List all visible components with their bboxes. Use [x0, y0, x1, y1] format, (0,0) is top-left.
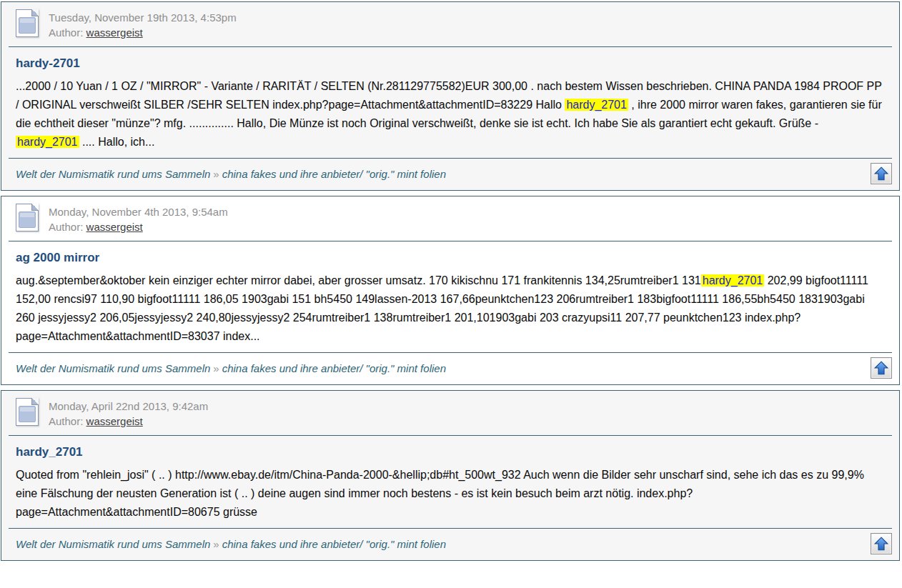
breadcrumb-separator: »	[210, 168, 222, 180]
go-to-post-button[interactable]	[871, 357, 892, 379]
result-snippet: aug.&september&oktober kein einziger ech…	[1, 271, 899, 346]
snippet-text: .... Hallo, ich...	[79, 136, 155, 148]
breadcrumb-separator: »	[210, 362, 222, 374]
search-result-card: Tuesday, November 19th 2013, 4:53pm Auth…	[1, 1, 900, 191]
document-thumb	[19, 406, 36, 422]
post-date: Monday, April 22nd 2013, 9:42am	[49, 399, 208, 414]
header-divider	[9, 241, 892, 241]
go-to-post-button[interactable]	[871, 533, 892, 554]
result-title[interactable]: hardy-2701	[1, 56, 899, 71]
result-meta: Tuesday, November 19th 2013, 4:53pm Auth…	[49, 9, 237, 40]
document-icon	[16, 204, 39, 231]
author-line: Author: wassergeist	[49, 25, 237, 40]
search-result-card: Monday, November 4th 2013, 9:54am Author…	[1, 196, 900, 385]
search-term-highlight: hardy_2701	[701, 274, 765, 286]
author-label: Author:	[49, 221, 83, 233]
result-meta: Monday, November 4th 2013, 9:54am Author…	[49, 203, 228, 234]
arrow-up-icon	[873, 165, 890, 182]
header-divider	[9, 435, 892, 436]
search-term-highlight: hardy_2701	[565, 99, 628, 111]
breadcrumb: Welt der Numismatik rund ums Sammeln»chi…	[16, 538, 446, 550]
author-label: Author:	[49, 26, 83, 39]
post-date: Tuesday, November 19th 2013, 4:53pm	[49, 10, 237, 25]
result-footer: Welt der Numismatik rund ums Sammeln»chi…	[1, 529, 899, 560]
document-thumb	[19, 17, 36, 34]
breadcrumb: Welt der Numismatik rund ums Sammeln»chi…	[16, 362, 446, 374]
go-to-post-button[interactable]	[871, 163, 892, 184]
author-link[interactable]: wassergeist	[86, 415, 143, 427]
search-result-card: Monday, April 22nd 2013, 9:42am Author: …	[1, 390, 900, 561]
author-line: Author: wassergeist	[49, 219, 228, 234]
arrow-up-icon	[873, 535, 890, 552]
breadcrumb-forum-link[interactable]: Welt der Numismatik rund ums Sammeln	[16, 538, 210, 550]
snippet-text: aug.&september&oktober kein einziger ech…	[16, 274, 701, 286]
post-date: Monday, November 4th 2013, 9:54am	[49, 204, 228, 219]
author-link[interactable]: wassergeist	[86, 26, 143, 39]
result-header: Monday, April 22nd 2013, 9:42am Author: …	[1, 391, 899, 429]
breadcrumb-forum-link[interactable]: Welt der Numismatik rund ums Sammeln	[16, 168, 210, 180]
document-icon	[16, 9, 39, 37]
breadcrumb-separator: »	[210, 538, 222, 550]
author-line: Author: wassergeist	[49, 414, 208, 429]
breadcrumb-thread-link[interactable]: china fakes und ihre anbieter/ "orig." m…	[222, 168, 446, 180]
result-title[interactable]: hardy_2701	[1, 445, 899, 459]
page-fold-icon	[31, 398, 39, 405]
header-divider	[9, 46, 892, 47]
breadcrumb: Welt der Numismatik rund ums Sammeln»chi…	[16, 168, 446, 180]
breadcrumb-thread-link[interactable]: china fakes und ihre anbieter/ "orig." m…	[222, 362, 446, 374]
breadcrumb-forum-link[interactable]: Welt der Numismatik rund ums Sammeln	[16, 362, 210, 374]
arrow-up-icon	[873, 359, 890, 377]
document-icon	[16, 398, 39, 426]
search-term-highlight: hardy_2701	[16, 136, 79, 148]
snippet-text: Quoted from "rehlein_josi" ( .. ) http:/…	[16, 469, 864, 518]
result-meta: Monday, April 22nd 2013, 9:42am Author: …	[49, 397, 208, 429]
result-snippet: Quoted from "rehlein_josi" ( .. ) http:/…	[1, 466, 899, 522]
author-label: Author:	[49, 415, 83, 427]
search-results-page: Tuesday, November 19th 2013, 4:53pm Auth…	[0, 0, 902, 561]
result-title[interactable]: ag 2000 mirror	[1, 251, 899, 265]
result-footer: Welt der Numismatik rund ums Sammeln»chi…	[1, 159, 899, 190]
result-header: Monday, November 4th 2013, 9:54am Author…	[1, 196, 899, 234]
result-snippet: ...2000 / 10 Yuan / 1 OZ / "MIRROR" - Va…	[1, 77, 899, 151]
result-header: Tuesday, November 19th 2013, 4:53pm Auth…	[1, 2, 899, 40]
author-link[interactable]: wassergeist	[86, 221, 143, 233]
page-fold-icon	[31, 9, 39, 16]
breadcrumb-thread-link[interactable]: china fakes und ihre anbieter/ "orig." m…	[222, 538, 446, 550]
document-thumb	[19, 211, 36, 228]
page-fold-icon	[31, 204, 39, 211]
result-footer: Welt der Numismatik rund ums Sammeln»chi…	[1, 353, 899, 384]
